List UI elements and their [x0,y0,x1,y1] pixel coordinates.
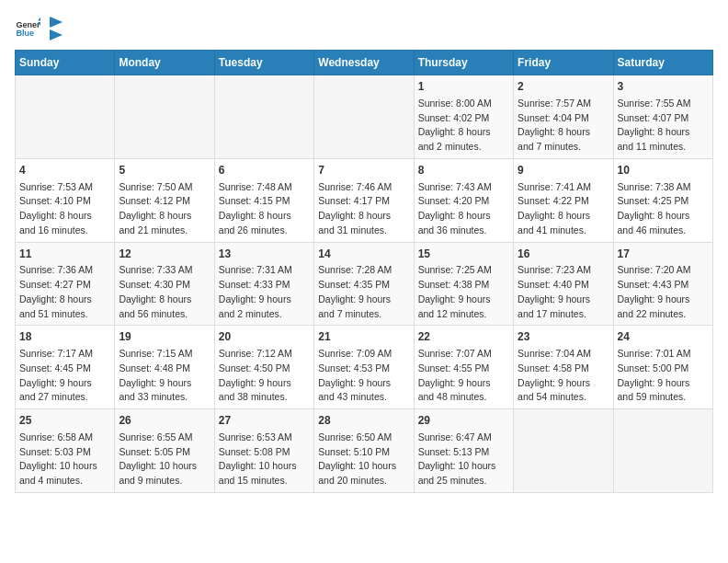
day-number: 4 [19,163,110,178]
day-number: 28 [318,413,409,429]
calendar-cell: 22Sunrise: 7:07 AM Sunset: 4:55 PM Dayli… [414,326,513,409]
day-info: Sunrise: 7:28 AM Sunset: 4:35 PM Dayligh… [318,263,409,321]
calendar-week-row: 11Sunrise: 7:36 AM Sunset: 4:27 PM Dayli… [16,242,713,326]
weekday-header-friday: Friday [514,51,613,75]
svg-marker-4 [50,17,63,28]
calendar-cell: 12Sunrise: 7:33 AM Sunset: 4:30 PM Dayli… [115,242,214,326]
calendar-cell: 5Sunrise: 7:50 AM Sunset: 4:12 PM Daylig… [115,158,214,242]
calendar-cell: 20Sunrise: 7:12 AM Sunset: 4:50 PM Dayli… [214,326,313,409]
day-number: 8 [418,163,509,178]
calendar-cell: 23Sunrise: 7:04 AM Sunset: 4:58 PM Dayli… [514,326,613,409]
day-number: 18 [19,329,110,345]
svg-text:General: General [16,20,40,29]
day-number: 21 [318,329,409,345]
day-info: Sunrise: 7:53 AM Sunset: 4:10 PM Dayligh… [19,180,110,238]
calendar-cell: 28Sunrise: 6:50 AM Sunset: 5:10 PM Dayli… [314,409,414,493]
day-info: Sunrise: 6:47 AM Sunset: 5:13 PM Dayligh… [418,431,509,488]
logo: General Blue [15,15,64,42]
weekday-header-row: SundayMondayTuesdayWednesdayThursdayFrid… [16,51,713,75]
day-number: 24 [618,329,709,345]
day-number: 10 [618,163,709,178]
calendar-cell: 13Sunrise: 7:31 AM Sunset: 4:33 PM Dayli… [214,242,313,326]
calendar-cell: 8Sunrise: 7:43 AM Sunset: 4:20 PM Daylig… [414,158,513,242]
day-number: 5 [119,163,210,178]
day-info: Sunrise: 7:46 AM Sunset: 4:17 PM Dayligh… [318,180,409,238]
calendar-cell: 19Sunrise: 7:15 AM Sunset: 4:48 PM Dayli… [115,326,214,409]
day-number: 2 [518,79,609,95]
calendar-cell: 21Sunrise: 7:09 AM Sunset: 4:53 PM Dayli… [314,326,414,409]
weekday-header-monday: Monday [115,51,214,75]
calendar-cell: 3Sunrise: 7:55 AM Sunset: 4:07 PM Daylig… [613,75,712,159]
day-number: 7 [318,163,409,178]
day-info: Sunrise: 6:55 AM Sunset: 5:05 PM Dayligh… [119,431,210,488]
weekday-header-tuesday: Tuesday [214,51,313,75]
calendar-week-row: 25Sunrise: 6:58 AM Sunset: 5:03 PM Dayli… [16,409,713,493]
day-info: Sunrise: 7:33 AM Sunset: 4:30 PM Dayligh… [119,263,210,321]
calendar-week-row: 18Sunrise: 7:17 AM Sunset: 4:45 PM Dayli… [16,326,713,409]
day-info: Sunrise: 7:23 AM Sunset: 4:40 PM Dayligh… [518,263,609,321]
weekday-header-sunday: Sunday [16,51,115,75]
page-header: General Blue [15,15,713,42]
calendar-cell: 6Sunrise: 7:48 AM Sunset: 4:15 PM Daylig… [214,158,313,242]
day-number: 11 [19,247,110,262]
day-info: Sunrise: 7:04 AM Sunset: 4:58 PM Dayligh… [518,347,609,405]
day-info: Sunrise: 7:43 AM Sunset: 4:20 PM Dayligh… [418,180,509,238]
calendar-cell: 2Sunrise: 7:57 AM Sunset: 4:04 PM Daylig… [514,75,613,159]
weekday-header-saturday: Saturday [613,51,712,75]
weekday-header-wednesday: Wednesday [314,51,414,75]
calendar-cell: 27Sunrise: 6:53 AM Sunset: 5:08 PM Dayli… [214,409,313,493]
calendar-week-row: 1Sunrise: 8:00 AM Sunset: 4:02 PM Daylig… [16,75,713,159]
day-number: 23 [518,329,609,345]
day-number: 19 [119,329,210,345]
logo-icon: General Blue [15,16,40,41]
calendar-cell: 1Sunrise: 8:00 AM Sunset: 4:02 PM Daylig… [414,75,513,159]
day-number: 20 [219,329,310,345]
day-info: Sunrise: 7:48 AM Sunset: 4:15 PM Dayligh… [219,180,310,238]
day-info: Sunrise: 7:01 AM Sunset: 5:00 PM Dayligh… [618,347,709,405]
svg-marker-5 [50,29,63,40]
calendar-cell: 7Sunrise: 7:46 AM Sunset: 4:17 PM Daylig… [314,158,414,242]
svg-text:Blue: Blue [16,29,34,38]
day-info: Sunrise: 6:58 AM Sunset: 5:03 PM Dayligh… [19,431,110,488]
calendar-cell: 29Sunrise: 6:47 AM Sunset: 5:13 PM Dayli… [414,409,513,493]
day-number: 22 [418,329,509,345]
calendar-cell: 16Sunrise: 7:23 AM Sunset: 4:40 PM Dayli… [514,242,613,326]
calendar-cell: 18Sunrise: 7:17 AM Sunset: 4:45 PM Dayli… [16,326,115,409]
day-info: Sunrise: 7:38 AM Sunset: 4:25 PM Dayligh… [618,180,709,238]
day-number: 17 [618,247,709,262]
calendar-cell: 15Sunrise: 7:25 AM Sunset: 4:38 PM Dayli… [414,242,513,326]
calendar-week-row: 4Sunrise: 7:53 AM Sunset: 4:10 PM Daylig… [16,158,713,242]
day-number: 12 [119,247,210,262]
calendar-cell: 24Sunrise: 7:01 AM Sunset: 5:00 PM Dayli… [613,326,712,409]
day-info: Sunrise: 7:20 AM Sunset: 4:43 PM Dayligh… [618,263,709,321]
day-number: 14 [318,247,409,262]
calendar-cell [314,75,414,159]
calendar-cell: 9Sunrise: 7:41 AM Sunset: 4:22 PM Daylig… [514,158,613,242]
day-number: 16 [518,247,609,262]
calendar-cell: 10Sunrise: 7:38 AM Sunset: 4:25 PM Dayli… [613,158,712,242]
day-info: Sunrise: 7:55 AM Sunset: 4:07 PM Dayligh… [618,97,709,155]
calendar-cell: 11Sunrise: 7:36 AM Sunset: 4:27 PM Dayli… [16,242,115,326]
weekday-header-thursday: Thursday [414,51,513,75]
calendar-cell [514,409,613,493]
calendar-cell [115,75,214,159]
day-number: 25 [19,413,110,429]
calendar-cell: 4Sunrise: 7:53 AM Sunset: 4:10 PM Daylig… [16,158,115,242]
day-number: 9 [518,163,609,178]
day-number: 1 [418,79,509,95]
day-info: Sunrise: 7:25 AM Sunset: 4:38 PM Dayligh… [418,263,509,321]
day-info: Sunrise: 7:09 AM Sunset: 4:53 PM Dayligh… [318,347,409,405]
calendar-cell [214,75,313,159]
day-info: Sunrise: 7:36 AM Sunset: 4:27 PM Dayligh… [19,263,110,321]
day-info: Sunrise: 8:00 AM Sunset: 4:02 PM Dayligh… [418,97,509,155]
calendar-cell: 17Sunrise: 7:20 AM Sunset: 4:43 PM Dayli… [613,242,712,326]
day-info: Sunrise: 7:07 AM Sunset: 4:55 PM Dayligh… [418,347,509,405]
calendar-cell [16,75,115,159]
day-info: Sunrise: 7:17 AM Sunset: 4:45 PM Dayligh… [19,347,110,405]
day-number: 13 [219,247,310,262]
day-number: 15 [418,247,509,262]
calendar-cell: 14Sunrise: 7:28 AM Sunset: 4:35 PM Dayli… [314,242,414,326]
day-number: 27 [219,413,310,429]
calendar-cell [613,409,712,493]
day-info: Sunrise: 6:50 AM Sunset: 5:10 PM Dayligh… [318,431,409,488]
